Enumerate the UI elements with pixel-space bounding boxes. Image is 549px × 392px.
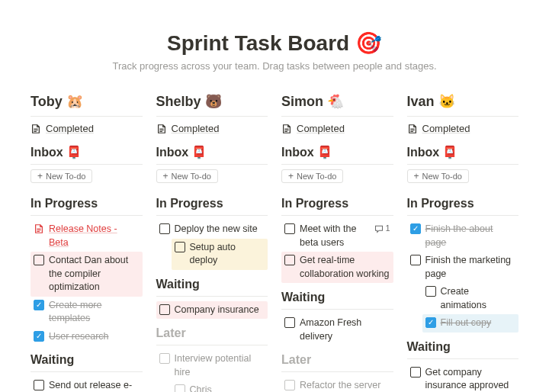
- plus-icon: +: [163, 172, 169, 181]
- task-item[interactable]: User research: [30, 328, 143, 346]
- checkbox[interactable]: [425, 317, 436, 328]
- checkbox[interactable]: [175, 242, 185, 252]
- task-text: Fill out copy: [441, 316, 516, 330]
- inbox-label: Inbox: [30, 146, 63, 159]
- comment-icon: [374, 224, 384, 233]
- completed-link[interactable]: Completed: [156, 121, 268, 136]
- waiting-heading: Waiting: [30, 353, 143, 367]
- task-item[interactable]: Chris: [172, 381, 268, 392]
- completed-label: Completed: [172, 123, 220, 134]
- comment-badge[interactable]: 1: [374, 223, 390, 234]
- completed-label: Completed: [297, 123, 345, 134]
- checkbox[interactable]: [159, 223, 170, 234]
- page-icon: [407, 124, 418, 134]
- inbox-label: Inbox: [407, 146, 440, 159]
- in-progress-heading: In Progress: [281, 197, 393, 210]
- checkbox[interactable]: [159, 304, 170, 315]
- task-item[interactable]: Setup auto deploy: [172, 239, 268, 270]
- divider: [156, 296, 268, 297]
- checkbox[interactable]: [34, 380, 44, 390]
- divider: [30, 215, 143, 216]
- checkbox[interactable]: [34, 331, 44, 342]
- new-todo-button[interactable]: +New To-do: [30, 169, 92, 183]
- completed-link[interactable]: Completed: [407, 121, 519, 136]
- new-todo-button[interactable]: +New To-do: [156, 169, 218, 183]
- new-todo-button[interactable]: +New To-do: [407, 169, 469, 183]
- page-icon: [30, 124, 41, 134]
- task-item[interactable]: Refactor the server: [281, 377, 393, 392]
- completed-label: Completed: [422, 123, 470, 134]
- plus-icon: +: [288, 172, 294, 181]
- checkbox[interactable]: [284, 255, 295, 265]
- checkbox[interactable]: [410, 367, 421, 378]
- task-item[interactable]: Create more templates: [30, 297, 143, 328]
- task-item[interactable]: Amazon Fresh delivery: [281, 314, 393, 345]
- completed-label: Completed: [46, 123, 94, 134]
- divider: [30, 116, 143, 117]
- task-item[interactable]: Send out release e-mail: [30, 377, 143, 392]
- task-text: Deploy the new site: [175, 223, 265, 236]
- checkbox[interactable]: [175, 384, 185, 392]
- divider: [30, 371, 143, 372]
- task-item[interactable]: Meet with the beta users1: [281, 220, 393, 252]
- task-item[interactable]: Release Notes - Beta: [30, 220, 143, 252]
- divider: [281, 116, 393, 117]
- task-item[interactable]: Fill out copy: [422, 314, 519, 333]
- inbox-label: Inbox: [281, 146, 314, 159]
- checkbox[interactable]: [284, 380, 295, 390]
- divider: [407, 215, 519, 216]
- new-todo-label: New To-do: [46, 172, 85, 181]
- inbox-heading: Inbox 📮: [30, 145, 143, 159]
- page-icon: [156, 124, 167, 134]
- header: Sprint Task Board 🎯 Track progress acros…: [30, 31, 518, 72]
- later-heading: Later: [281, 353, 393, 367]
- divider: [156, 215, 268, 216]
- task-item[interactable]: Finish the marketing page: [407, 252, 519, 283]
- inbox-heading: Inbox 📮: [407, 145, 519, 159]
- new-todo-button[interactable]: +New To-do: [281, 169, 343, 183]
- task-text: Create animations: [441, 285, 516, 312]
- checkbox[interactable]: [410, 255, 421, 265]
- column: Simon 🐔CompletedInbox 📮+New To-doIn Prog…: [281, 93, 393, 392]
- checkbox[interactable]: [34, 255, 44, 265]
- in-progress-heading: In Progress: [407, 197, 519, 210]
- task-text: Company insurance: [175, 304, 265, 317]
- task-item[interactable]: Create animations: [422, 283, 519, 314]
- task-item[interactable]: Company insurance: [156, 301, 268, 320]
- page-title: Sprint Task Board 🎯: [30, 31, 518, 56]
- waiting-heading: Waiting: [156, 278, 268, 291]
- plus-icon: +: [37, 172, 43, 181]
- new-todo-label: New To-do: [172, 172, 211, 181]
- task-text: Get real-time collaboration working: [300, 254, 390, 281]
- task-item[interactable]: Finish the about page: [407, 220, 519, 252]
- checkbox[interactable]: [284, 223, 295, 234]
- checkbox[interactable]: [425, 286, 436, 297]
- divider: [30, 164, 143, 165]
- checkbox[interactable]: [284, 317, 295, 328]
- completed-link[interactable]: Completed: [30, 121, 143, 136]
- divider: [407, 358, 519, 359]
- task-text: Amazon Fresh delivery: [300, 316, 390, 343]
- task-item[interactable]: Interview potential hire: [156, 350, 268, 381]
- waiting-heading: Waiting: [281, 291, 393, 304]
- inbox-heading: Inbox 📮: [281, 145, 393, 159]
- task-text: Refactor the server: [300, 379, 390, 392]
- divider: [407, 164, 519, 165]
- checkbox[interactable]: [410, 223, 421, 234]
- task-item[interactable]: Get real-time collaboration working: [281, 252, 393, 283]
- task-text: Finish the about page: [425, 223, 516, 249]
- task-item[interactable]: Contact Dan about the compiler optimizat…: [30, 252, 143, 297]
- column: Toby 🐹CompletedInbox 📮+New To-doIn Progr…: [30, 93, 143, 392]
- inbox-icon: 📮: [66, 145, 82, 159]
- inbox-heading: Inbox 📮: [156, 145, 268, 159]
- task-item[interactable]: Get company insurance approved by Anthem: [407, 364, 519, 393]
- comment-count: 1: [385, 223, 390, 234]
- person-name: Simon 🐔: [281, 93, 393, 110]
- checkbox[interactable]: [159, 353, 170, 364]
- person-name: Ivan 🐱: [407, 93, 519, 110]
- checkbox[interactable]: [34, 300, 44, 310]
- plus-icon: +: [414, 172, 419, 181]
- new-todo-label: New To-do: [422, 172, 462, 181]
- task-item[interactable]: Deploy the new site: [156, 220, 268, 239]
- completed-link[interactable]: Completed: [281, 121, 393, 136]
